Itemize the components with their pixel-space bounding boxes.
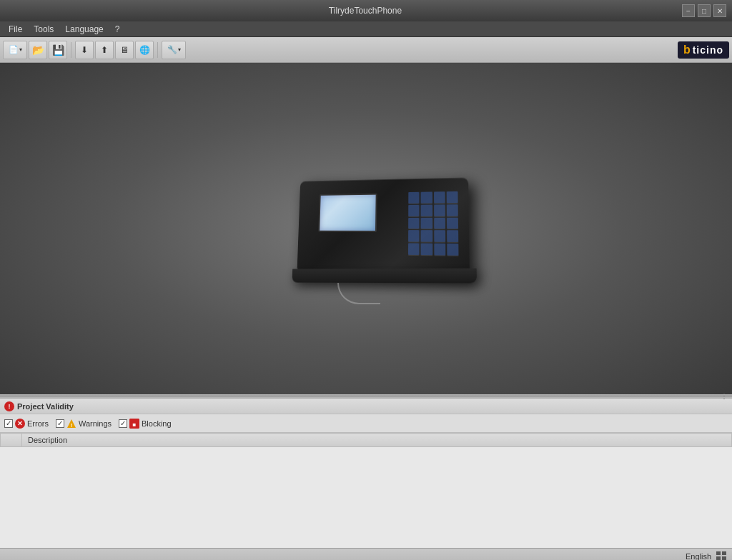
maximize-button[interactable]: □ [698, 4, 711, 17]
svg-rect-7 [722, 556, 726, 560]
svg-rect-6 [716, 556, 721, 560]
key-2 [421, 191, 432, 203]
blocking-checkmark: ✓ [120, 420, 126, 427]
key-20 [447, 244, 458, 256]
phone-cable [337, 283, 380, 304]
svg-rect-5 [722, 551, 726, 555]
panel-splitter[interactable]: ⋮ [0, 394, 732, 398]
blocking-badge-icon: ■ [129, 419, 139, 429]
save-icon: 💾 [52, 44, 64, 56]
errors-badge-icon: ✕ [15, 419, 25, 429]
new-button[interactable]: 📄 ▾ [3, 41, 27, 59]
errors-checkbox[interactable]: ✓ [4, 419, 13, 428]
warnings-checkbox[interactable]: ✓ [56, 419, 64, 428]
minimize-button[interactable]: − [682, 4, 695, 17]
filter-bar: ✓ ✕ Errors ✓ ! Warnings ✓ [0, 414, 732, 433]
warnings-badge-icon: ! [66, 419, 76, 429]
errors-label: Errors [27, 419, 49, 428]
language-status: English [686, 551, 726, 561]
key-4 [446, 191, 458, 203]
errors-checkmark: ✓ [6, 420, 11, 427]
splitter-handle: ⋮ [721, 394, 728, 398]
key-16 [447, 231, 458, 242]
blocking-filter: ✓ ■ Blocking [119, 419, 172, 429]
separator-2 [157, 42, 158, 58]
key-13 [408, 230, 420, 241]
key-5 [408, 205, 420, 216]
key-19 [434, 244, 445, 256]
grid-icon [716, 551, 726, 560]
key-10 [421, 217, 432, 229]
errors-filter: ✓ ✕ Errors [4, 419, 49, 429]
phone-keypad [405, 189, 462, 259]
description-table: Description [0, 433, 732, 447]
save-button[interactable]: 💾 [49, 41, 67, 59]
svg-rect-4 [716, 551, 721, 555]
logo-text: ticino [693, 44, 723, 56]
device-button[interactable]: 🖥 [115, 41, 134, 59]
separator-1 [71, 42, 71, 58]
language-grid-icon [716, 551, 726, 561]
warnings-filter: ✓ ! Warnings [56, 419, 112, 429]
new-icon: 📄 [9, 45, 19, 54]
window-title: TilrydeTouchPhone [49, 6, 682, 16]
key-15 [434, 231, 445, 242]
menu-tools[interactable]: Tools [28, 23, 59, 36]
device-icon: 🖥 [120, 45, 129, 55]
tools-dropdown-arrow: ▾ [178, 46, 181, 53]
language-label: English [686, 552, 711, 561]
bticino-logo: b ticino [678, 41, 729, 59]
toolbar: 📄 ▾ 📂 💾 ⬇ ⬆ 🖥 🌐 🔧 ▾ b ticino [0, 37, 732, 63]
warnings-label: Warnings [79, 419, 112, 428]
svg-text:■: ■ [133, 421, 137, 427]
bottom-panel: ! Project Validity ✓ ✕ Errors ✓ ! Warnin… [0, 398, 732, 548]
key-17 [408, 244, 420, 255]
key-3 [434, 191, 445, 203]
tools-icon: 🔧 [167, 45, 177, 54]
key-6 [421, 204, 432, 216]
panel-title-bar: ! Project Validity [0, 399, 732, 414]
phone-body [297, 177, 470, 274]
download-button[interactable]: ⬇ [75, 41, 94, 59]
warnings-checkmark: ✓ [57, 420, 63, 427]
key-12 [447, 217, 458, 229]
upload-icon: ⬆ [101, 45, 108, 55]
menu-language[interactable]: Language [59, 23, 109, 36]
panel-title: Project Validity [17, 402, 74, 411]
phone-device [280, 179, 452, 279]
key-14 [421, 231, 432, 242]
network-button[interactable]: 🌐 [135, 41, 154, 59]
blocking-label: Blocking [142, 419, 172, 428]
table-area: Description [0, 433, 732, 548]
col-description: Description [22, 434, 732, 447]
window-controls: − □ ✕ [682, 4, 726, 17]
new-dropdown-arrow: ▾ [19, 46, 22, 53]
col-number [1, 434, 22, 447]
phone-screen [318, 194, 377, 232]
status-bar: English [0, 548, 732, 560]
menu-bar: File Tools Language ? [0, 21, 732, 37]
key-8 [447, 204, 458, 216]
close-button[interactable]: ✕ [713, 4, 726, 17]
key-11 [434, 217, 445, 229]
validity-icon: ! [4, 401, 14, 411]
title-bar: TilrydeTouchPhone − □ ✕ [0, 0, 732, 21]
key-9 [408, 217, 420, 229]
download-icon: ⬇ [81, 45, 88, 55]
upload-button[interactable]: ⬆ [95, 41, 114, 59]
key-7 [434, 204, 445, 216]
network-icon: 🌐 [139, 45, 150, 55]
blocking-checkbox[interactable]: ✓ [119, 419, 127, 428]
menu-file[interactable]: File [3, 23, 28, 36]
open-button[interactable]: 📂 [29, 41, 47, 59]
tools-button[interactable]: 🔧 ▾ [162, 41, 186, 59]
logo-letter-b: b [683, 44, 691, 56]
key-18 [421, 244, 432, 256]
open-icon: 📂 [32, 44, 44, 56]
main-canvas [0, 63, 732, 394]
phone-base [292, 269, 477, 284]
key-1 [408, 192, 420, 204]
menu-help[interactable]: ? [109, 23, 126, 36]
svg-text:!: ! [71, 421, 73, 428]
